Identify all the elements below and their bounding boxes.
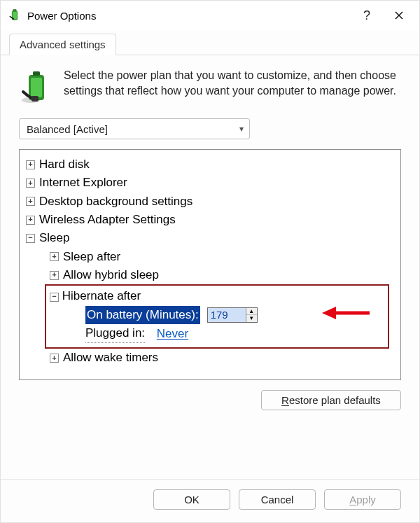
expand-icon[interactable] xyxy=(26,179,35,188)
spin-up-icon[interactable]: ▲ xyxy=(246,308,257,316)
collapse-icon[interactable] xyxy=(50,293,59,302)
tree-item-desktop-background[interactable]: Desktop background settings xyxy=(24,193,393,211)
on-battery-spinbox[interactable]: ▲ ▼ xyxy=(207,307,258,323)
restore-plan-defaults-button[interactable]: Restore plan defaults xyxy=(261,390,401,410)
expand-icon[interactable] xyxy=(26,197,35,206)
power-options-icon xyxy=(8,8,22,22)
spin-down-icon[interactable]: ▼ xyxy=(246,315,257,322)
power-plan-select[interactable]: Balanced [Active] ▾ xyxy=(19,118,250,139)
tree-item-allow-wake-timers[interactable]: Allow wake timers xyxy=(48,349,393,367)
chevron-down-icon: ▾ xyxy=(239,124,244,134)
power-options-window: Power Options ? Advanced settings Select… xyxy=(0,0,420,523)
tree-item-internet-explorer[interactable]: Internet Explorer xyxy=(24,174,393,192)
tree-item-hibernate-after[interactable]: Hibernate after xyxy=(63,287,385,305)
tree-label: Desktop background settings xyxy=(39,193,192,211)
tree-label: Sleep after xyxy=(63,248,120,266)
dialog-buttons: OK Cancel Apply xyxy=(1,479,419,522)
expand-icon[interactable] xyxy=(50,271,59,280)
svg-rect-5 xyxy=(31,78,42,97)
on-battery-input[interactable] xyxy=(208,308,246,322)
settings-tree[interactable]: Hard disk Internet Explorer Desktop back… xyxy=(19,149,401,380)
dialog-body: Select the power plan that you want to c… xyxy=(1,55,419,479)
tree-label: Allow wake timers xyxy=(63,349,158,367)
svg-rect-4 xyxy=(33,71,40,76)
tree-label: Wireless Adapter Settings xyxy=(39,211,176,229)
expand-icon[interactable] xyxy=(26,216,35,225)
on-battery-label: On battery (Minutes): xyxy=(85,306,200,324)
apply-button[interactable]: Apply xyxy=(324,489,401,510)
hibernate-on-battery-row[interactable]: On battery (Minutes): ▲ ▼ xyxy=(85,306,385,324)
tree-item-sleep[interactable]: Sleep Sleep after Allow hybrid sleep xyxy=(24,229,393,367)
battery-plug-icon xyxy=(19,71,54,106)
tree-label: Hibernate after xyxy=(62,289,141,302)
tree-item-wireless-adapter[interactable]: Wireless Adapter Settings xyxy=(24,211,393,229)
tree-item-allow-hybrid-sleep[interactable]: Allow hybrid sleep xyxy=(48,266,393,284)
close-button[interactable] xyxy=(383,3,415,28)
spin-buttons[interactable]: ▲ ▼ xyxy=(246,308,257,322)
tree-label: Allow hybrid sleep xyxy=(63,266,159,284)
hibernate-highlight: Hibernate after On battery (Minutes): xyxy=(45,284,389,349)
window-title: Power Options xyxy=(27,10,351,22)
hibernate-plugged-in-row[interactable]: Plugged in: Never xyxy=(85,324,385,343)
collapse-icon[interactable] xyxy=(26,234,35,243)
plugged-in-label: Plugged in: xyxy=(85,324,145,343)
power-plan-selected: Balanced [Active] xyxy=(27,123,108,135)
titlebar: Power Options ? xyxy=(1,1,419,30)
help-button[interactable]: ? xyxy=(351,3,383,28)
plugged-in-value[interactable]: Never xyxy=(157,325,188,343)
ok-button[interactable]: OK xyxy=(153,489,230,510)
expand-icon[interactable] xyxy=(50,354,59,363)
cancel-button[interactable]: Cancel xyxy=(239,489,316,510)
expand-icon[interactable] xyxy=(50,252,59,261)
tab-strip: Advanced settings xyxy=(1,30,419,55)
intro-text: Select the power plan that you want to c… xyxy=(64,68,401,98)
tree-label: Internet Explorer xyxy=(39,174,127,192)
svg-rect-1 xyxy=(13,9,17,11)
expand-icon[interactable] xyxy=(26,160,35,169)
tree-label: Hard disk xyxy=(39,155,90,174)
restore-row: Restore plan defaults xyxy=(19,390,401,410)
tree-item-sleep-after[interactable]: Sleep after xyxy=(48,248,393,266)
intro-row: Select the power plan that you want to c… xyxy=(19,68,401,106)
svg-rect-2 xyxy=(13,12,17,19)
tab-advanced-settings[interactable]: Advanced settings xyxy=(9,34,116,55)
tree-item-hard-disk[interactable]: Hard disk xyxy=(24,155,393,174)
tree-label: Sleep xyxy=(39,229,69,247)
svg-rect-7 xyxy=(31,96,38,102)
